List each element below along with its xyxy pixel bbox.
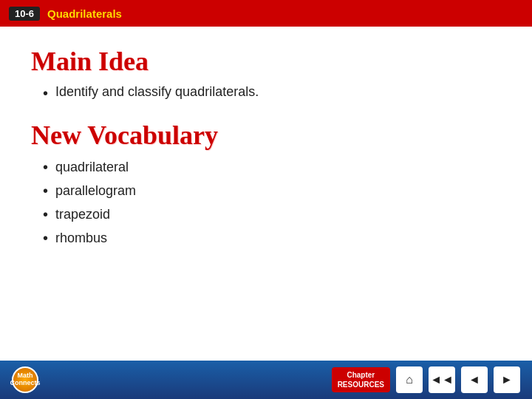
vocab-section: New Vocabulary • quadrilateral • paralle… <box>31 120 501 247</box>
first-button[interactable]: ◄◄ <box>429 366 455 393</box>
vocab-term-3: trapezoid <box>55 207 110 222</box>
next-button[interactable]: ► <box>494 366 520 393</box>
content-area: Main Idea • Identify and classify quadri… <box>9 33 523 350</box>
top-header-bar: 10-6 Quadrilaterals <box>0 0 532 27</box>
vocab-item-2: • parallelogram <box>43 182 501 200</box>
bullet-dot-1: • <box>43 84 48 102</box>
vocab-heading: New Vocabulary <box>31 120 501 151</box>
vocab-term-2: parallelogram <box>55 183 136 199</box>
chapter-resources-line1: Chapter <box>338 370 384 380</box>
main-idea-heading: Main Idea <box>31 46 501 77</box>
vocab-item-3: • trapezoid <box>43 205 501 223</box>
lesson-badge: 10-6 <box>9 7 40 21</box>
chapter-resources-line2: RESOURCES <box>338 380 384 389</box>
main-idea-bullet-1: • Identify and classify quadrilaterals. <box>43 84 501 102</box>
vocab-bullet-1: • <box>43 158 48 176</box>
vocab-term-4: rhombus <box>55 231 107 246</box>
logo-circle: Math Connects <box>12 366 38 393</box>
vocab-term-1: quadrilateral <box>55 160 129 175</box>
main-idea-text-1: Identify and classify quadrilaterals. <box>55 84 259 100</box>
vocab-bullet-4: • <box>43 229 48 247</box>
chapter-resources-button[interactable]: Chapter RESOURCES <box>332 367 390 392</box>
logo-text: Math Connects <box>10 372 41 387</box>
main-idea-section: Main Idea • Identify and classify quadri… <box>31 46 501 102</box>
logo-area: Math Connects <box>12 366 38 393</box>
prev-button[interactable]: ◄ <box>461 366 488 393</box>
bottom-nav-bar: Math Connects Chapter RESOURCES ⌂ ◄◄ ◄ ► <box>0 361 532 399</box>
lesson-title: Quadrilaterals <box>47 7 122 20</box>
vocab-item-1: • quadrilateral <box>43 158 501 176</box>
vocab-bullet-2: • <box>43 182 48 200</box>
home-button[interactable]: ⌂ <box>396 366 423 393</box>
lesson-number: 10-6 <box>15 8 34 19</box>
vocab-bullet-3: • <box>43 205 48 223</box>
vocab-list: • quadrilateral • parallelogram • trapez… <box>31 158 501 247</box>
vocab-item-4: • rhombus <box>43 229 501 247</box>
